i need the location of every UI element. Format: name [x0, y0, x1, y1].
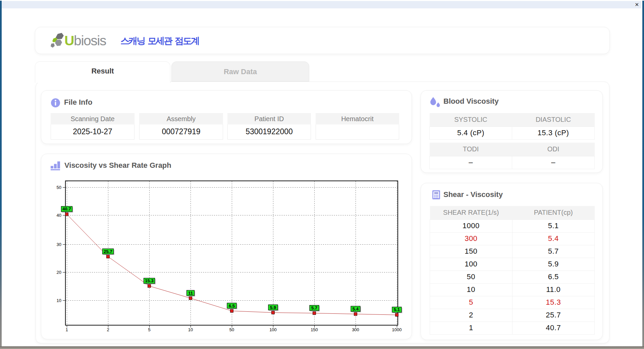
- svg-text:6.5: 6.5: [229, 303, 235, 308]
- svg-text:5.9: 5.9: [270, 305, 276, 310]
- svg-text:50: 50: [57, 185, 61, 190]
- svg-text:100: 100: [269, 327, 277, 332]
- svg-text:40: 40: [57, 213, 61, 218]
- svg-text:40.7: 40.7: [62, 206, 71, 211]
- svg-text:2: 2: [107, 327, 109, 332]
- svg-text:10: 10: [188, 327, 193, 332]
- svg-text:11: 11: [188, 291, 193, 296]
- svg-text:300: 300: [352, 327, 359, 332]
- svg-text:5.1: 5.1: [394, 307, 400, 312]
- svg-text:1000: 1000: [392, 327, 402, 332]
- svg-text:25.7: 25.7: [104, 249, 112, 254]
- svg-text:1: 1: [65, 327, 68, 332]
- svg-text:150: 150: [311, 327, 318, 332]
- svg-text:30: 30: [57, 242, 61, 247]
- svg-text:20: 20: [57, 270, 61, 275]
- svg-text:5.7: 5.7: [311, 305, 317, 310]
- svg-text:10: 10: [57, 298, 61, 303]
- svg-text:5.4: 5.4: [353, 306, 359, 311]
- svg-text:50: 50: [229, 327, 234, 332]
- svg-text:15.3: 15.3: [145, 278, 153, 283]
- svg-text:5: 5: [148, 327, 150, 332]
